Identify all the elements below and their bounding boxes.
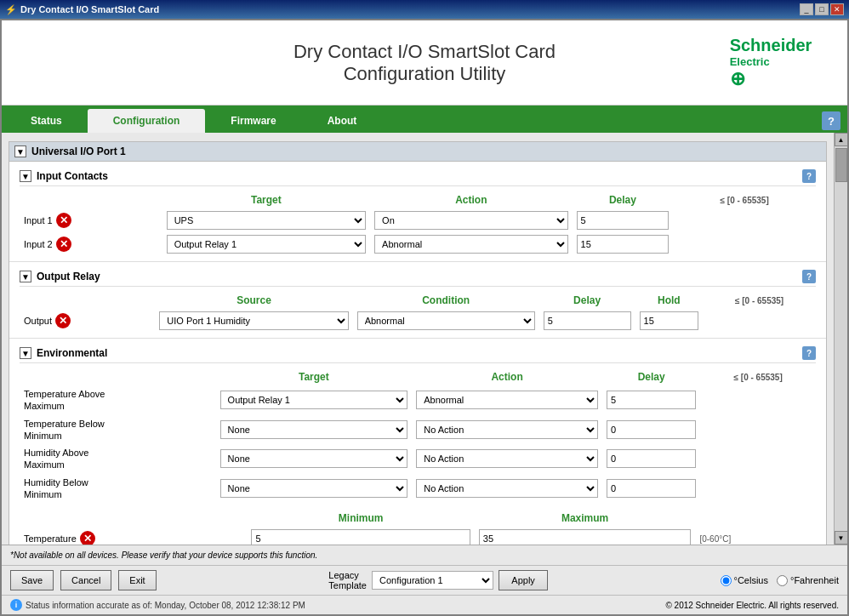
apply-button[interactable]: Apply — [499, 570, 548, 590]
cancel-button[interactable]: Cancel — [60, 570, 111, 590]
title-bar: ⚡ Dry Contact I/O SmartSlot Card _ □ ✕ — [0, 0, 849, 19]
output-delay-field[interactable] — [544, 311, 631, 330]
logo: Schneider Electric ⊕ — [711, 37, 830, 88]
input-col-empty — [20, 191, 162, 208]
output-condition-select[interactable]: Abnormal Normal None — [357, 311, 535, 330]
maximize-button[interactable]: □ — [815, 3, 829, 15]
environmental-help[interactable]: ? — [802, 346, 816, 360]
temp-minmax-row: Temperature ✕ — [20, 527, 816, 545]
celsius-radio[interactable] — [721, 575, 732, 586]
tab-status[interactable]: Status — [5, 109, 88, 133]
minmax-col-min: Minimum — [247, 510, 474, 527]
output-row: Output ✕ UIO Port 1 Humidity UIO Port 1 … — [20, 309, 816, 333]
bottom-bar: *Not available on all devices. Please ve… — [2, 545, 847, 565]
input1-error-icon[interactable]: ✕ — [56, 213, 71, 228]
action-bar: Save Cancel Exit Legacy Template Configu… — [2, 565, 847, 595]
env-hum-above-delay[interactable] — [607, 449, 696, 468]
legacy-template-group: Legacy Template Configuration 1 Configur… — [328, 570, 548, 590]
output-relay-collapse[interactable]: ▼ — [20, 271, 31, 282]
env-hum-above-action[interactable]: Abnormal On Off No Action — [416, 449, 598, 468]
env-temp-below-label: Temperature BelowMinimum — [20, 415, 216, 445]
env-temp-below-target[interactable]: Output Relay 1 UPS None — [220, 420, 408, 439]
nav-help-button[interactable]: ? — [822, 111, 840, 130]
celsius-label: °Celsius — [734, 575, 768, 585]
input2-error-icon[interactable]: ✕ — [56, 237, 71, 252]
scrollbar-up-button[interactable]: ▲ — [835, 133, 848, 146]
env-temp-above-target[interactable]: Output Relay 1 UPS None — [220, 391, 408, 409]
env-temp-below-action[interactable]: Abnormal On Off No Action — [416, 420, 598, 439]
tab-firmware[interactable]: Firmware — [205, 109, 301, 133]
output-relay-table: Source Condition Delay Hold ≤ [0 - 65535… — [20, 292, 816, 333]
env-temp-above-delay[interactable] — [607, 391, 696, 409]
temp-min-field[interactable] — [251, 529, 470, 545]
scrollbar[interactable]: ▲ ▼ — [834, 133, 847, 545]
input2-delay-field[interactable] — [577, 235, 670, 254]
env-hum-below-delay[interactable] — [607, 479, 696, 498]
env-col-range: ≤ [0 - 65535] — [700, 368, 816, 385]
input2-action-select[interactable]: On Off Abnormal No Action — [374, 235, 567, 254]
temp-error-icon[interactable]: ✕ — [80, 531, 95, 545]
fahrenheit-radio[interactable] — [777, 575, 788, 586]
exit-button[interactable]: Exit — [118, 570, 156, 590]
close-button[interactable]: ✕ — [830, 3, 844, 15]
output-col-condition: Condition — [353, 292, 539, 309]
input1-target-select[interactable]: UPS Output Relay 1 None — [167, 211, 366, 230]
bottom-note: *Not available on all devices. Please ve… — [10, 550, 317, 560]
output-error-icon[interactable]: ✕ — [55, 313, 71, 328]
scrollbar-down-button[interactable]: ▼ — [835, 531, 848, 545]
env-col-delay: Delay — [602, 368, 700, 385]
output-relay-title: Output Relay — [37, 271, 100, 282]
save-button[interactable]: Save — [10, 570, 54, 590]
minimize-button[interactable]: _ — [800, 3, 813, 15]
env-temp-above-action[interactable]: Abnormal On Off No Action — [416, 391, 598, 409]
output-relay-help[interactable]: ? — [802, 270, 816, 283]
environmental-header: ▼ Environmental ? — [20, 344, 816, 363]
app-title-line2: Configuration Utility — [344, 63, 506, 84]
scrollbar-thumb[interactable] — [835, 148, 847, 182]
output-label: Output — [24, 316, 52, 326]
input-contacts-table: Target Action Delay ≤ [0 - 65535] — [20, 191, 816, 256]
logo-subtitle: Electric — [730, 55, 812, 69]
uio-section-title: Universal I/O Port 1 — [31, 145, 126, 157]
input2-label: Input 2 — [24, 239, 53, 249]
input1-delay-field[interactable] — [577, 211, 670, 230]
app-title-line1: Dry Contact I/O SmartSlot Card — [293, 41, 556, 62]
footer: i Status information accurate as of: Mon… — [2, 595, 847, 614]
env-hum-below-target[interactable]: Output Relay 1 UPS None — [220, 479, 408, 498]
environmental-title: Environmental — [37, 347, 107, 359]
env-col-target: Target — [216, 368, 413, 385]
tab-configuration[interactable]: Configuration — [88, 109, 206, 133]
input2-target-select[interactable]: UPS Output Relay 1 None — [167, 235, 366, 254]
celsius-radio-label[interactable]: °Celsius — [721, 575, 768, 586]
output-hold-field[interactable] — [640, 311, 699, 330]
env-hum-above-row: Humidity AboveMaximum Output Relay 1 UPS… — [20, 444, 816, 474]
environmental-section: ▼ Environmental ? — [9, 338, 826, 545]
input1-label: Input 1 — [24, 215, 53, 225]
output-source-select[interactable]: UIO Port 1 Humidity UIO Port 1 Temperatu… — [159, 311, 348, 330]
input-contacts-collapse[interactable]: ▼ — [20, 170, 31, 182]
uio-collapse-button[interactable]: ▼ — [14, 145, 26, 157]
temp-max-field[interactable] — [479, 529, 692, 545]
env-hum-below-label: Humidity BelowMinimum — [20, 474, 216, 504]
content-area: ▼ Universal I/O Port 1 ▼ Input Contacts … — [2, 133, 847, 614]
app-icon: ⚡ — [5, 4, 17, 15]
fahrenheit-radio-label[interactable]: °Fahrenheit — [777, 575, 839, 586]
scrollable-content: ▼ Universal I/O Port 1 ▼ Input Contacts … — [2, 133, 834, 545]
window-title: Dry Contact I/O SmartSlot Card — [20, 4, 159, 14]
uio-section-header: ▼ Universal I/O Port 1 — [9, 142, 826, 162]
tab-about[interactable]: About — [302, 109, 383, 133]
input1-action-select[interactable]: On Off Abnormal No Action — [374, 211, 567, 230]
input-col-range: ≤ [0 - 65535] — [673, 191, 816, 208]
env-temp-above-row: Temperature AboveMaximum Output Relay 1 … — [20, 385, 816, 415]
env-hum-below-action[interactable]: Abnormal On Off No Action — [416, 479, 598, 498]
environmental-collapse[interactable]: ▼ — [20, 347, 31, 359]
env-temp-below-row: Temperature BelowMinimum Output Relay 1 … — [20, 415, 816, 445]
legacy-template-select[interactable]: Configuration 1 Configuration 2 — [372, 571, 493, 590]
status-text: Status information accurate as of: Monda… — [26, 601, 305, 610]
env-temp-below-delay[interactable] — [607, 420, 696, 439]
env-hum-above-target[interactable]: Output Relay 1 UPS None — [220, 449, 408, 468]
logo-icon: ⊕ — [730, 68, 812, 90]
window-controls[interactable]: _ □ ✕ — [800, 3, 844, 15]
minmax-section: Minimum Maximum — [20, 510, 816, 545]
input-contacts-help[interactable]: ? — [802, 169, 816, 183]
